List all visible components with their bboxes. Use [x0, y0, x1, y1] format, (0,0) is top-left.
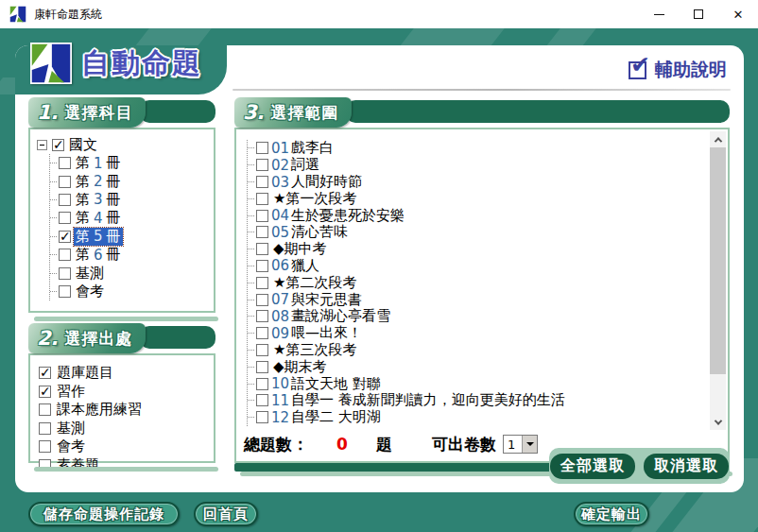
select-all-button[interactable]: 全部選取 — [550, 454, 635, 479]
range-checkbox[interactable] — [256, 260, 268, 272]
range-item-number: 04 — [271, 207, 289, 224]
range-checkbox[interactable] — [256, 344, 268, 356]
source-option[interactable]: 會考 — [39, 438, 214, 456]
save-record-button[interactable]: 儲存命題操作記錄 — [28, 502, 180, 526]
tree-item-checkbox[interactable] — [59, 249, 71, 261]
range-checkbox[interactable] — [256, 176, 268, 188]
collapse-icon[interactable] — [37, 140, 47, 150]
range-checkbox[interactable] — [256, 361, 268, 373]
range-item[interactable]: 12 自學二 大明湖 — [248, 409, 728, 426]
tree-item-label[interactable]: 基測 — [74, 265, 113, 283]
tree-item-checkbox[interactable] — [59, 231, 71, 243]
close-button[interactable]: ✕ — [718, 0, 758, 28]
source-checkbox[interactable] — [39, 386, 51, 398]
subject-root-checkbox[interactable] — [52, 139, 64, 151]
tree-item[interactable]: 第1冊 — [50, 154, 212, 172]
tree-item[interactable]: 第5冊 — [50, 228, 212, 246]
tree-item[interactable]: 基測 — [50, 264, 212, 282]
range-item[interactable]: ★第二次段考 — [248, 274, 728, 291]
range-checkbox[interactable] — [256, 394, 268, 406]
tree-item[interactable]: 第2冊 — [50, 172, 212, 190]
maximize-button[interactable] — [679, 0, 718, 28]
confirm-output-button[interactable]: 確定輸出 — [574, 502, 649, 526]
tree-item-label[interactable]: 第5冊 — [74, 228, 123, 246]
source-checkbox[interactable] — [39, 422, 51, 435]
range-item[interactable]: 06 獵人 — [248, 258, 728, 275]
source-option[interactable]: 題庫題目 — [39, 364, 214, 383]
range-item-label: 畫說湖心亭看雪 — [291, 307, 390, 325]
range-item[interactable]: 04 生於憂患死於安樂 — [248, 207, 728, 224]
range-checkbox[interactable] — [256, 277, 268, 289]
tree-item-checkbox[interactable] — [59, 176, 71, 188]
tree-item-checkbox[interactable] — [59, 267, 71, 280]
home-button[interactable]: 回首頁 — [194, 502, 258, 526]
tree-item-checkbox[interactable] — [59, 285, 71, 298]
tree-item-label[interactable]: 第1冊 — [74, 154, 123, 172]
tree-item-checkbox[interactable] — [59, 194, 71, 206]
source-checkbox[interactable] — [39, 367, 51, 379]
scroll-up-button[interactable] — [710, 131, 726, 147]
range-item[interactable]: 02 詞選 — [248, 157, 728, 174]
range-item[interactable]: ★第一次段考 — [248, 190, 728, 207]
source-option[interactable]: 基測 — [39, 420, 214, 438]
range-checkbox[interactable] — [256, 327, 268, 339]
range-item-number: 10 — [271, 375, 289, 392]
range-item-label: 語文天地 對聯 — [291, 375, 381, 393]
range-checkbox[interactable] — [256, 142, 268, 154]
range-item[interactable]: ◆期末考 — [248, 358, 728, 375]
tree-item-label[interactable]: 第2冊 — [74, 173, 123, 191]
range-list: 01 戲李白 02 詞選 03 人間好時節 — [247, 140, 728, 426]
range-item-label: 獵人 — [291, 257, 319, 275]
range-item[interactable]: ◆期中考 — [248, 241, 728, 258]
source-checkbox[interactable] — [39, 403, 51, 416]
range-checkbox[interactable] — [256, 210, 268, 222]
chevron-down-icon — [714, 417, 721, 424]
source-option[interactable]: 素養題 — [39, 456, 214, 475]
source-option[interactable]: 課本應用練習 — [39, 401, 214, 420]
range-item[interactable]: 10 語文天地 對聯 — [248, 375, 728, 392]
range-item[interactable]: 11 自學一 養成新聞判讀力，迎向更美好的生活 — [248, 392, 728, 409]
tree-item[interactable]: 第3冊 — [50, 191, 212, 209]
tree-item-label[interactable]: 第6冊 — [74, 246, 123, 264]
range-checkbox[interactable] — [256, 411, 268, 423]
range-checkbox[interactable] — [256, 378, 268, 390]
tree-line — [50, 254, 57, 255]
source-option[interactable]: 習作 — [39, 383, 214, 402]
help-toggle[interactable]: 輔助說明 — [629, 58, 727, 82]
range-item[interactable]: 03 人間好時節 — [248, 174, 728, 191]
tree-item-label[interactable]: 第3冊 — [74, 191, 123, 209]
source-checkbox[interactable] — [39, 440, 51, 453]
tree-item-checkbox[interactable] — [59, 212, 71, 224]
tree-item[interactable]: 會考 — [50, 283, 212, 300]
scroll-down-button[interactable] — [710, 414, 726, 430]
tree-item-label[interactable]: 第4冊 — [74, 209, 123, 227]
range-checkbox[interactable] — [256, 226, 268, 238]
range-checkbox[interactable] — [256, 193, 268, 205]
range-checkbox[interactable] — [256, 310, 268, 322]
maximize-icon — [694, 9, 703, 19]
range-checkbox[interactable] — [256, 294, 268, 306]
tree-item[interactable]: 第6冊 — [50, 246, 212, 264]
range-item[interactable]: 01 戲李白 — [248, 140, 728, 157]
copies-dropdown[interactable]: 1 — [503, 435, 538, 454]
tree-item[interactable]: 第4冊 — [50, 209, 212, 227]
range-checkbox[interactable] — [256, 243, 268, 255]
range-item[interactable]: ★第三次段考 — [248, 342, 728, 359]
scrollbar[interactable] — [710, 131, 726, 430]
minimize-icon — [654, 14, 664, 15]
tree-item-label[interactable]: 會考 — [74, 283, 113, 300]
range-item[interactable]: 09 喂—出來！ — [248, 325, 728, 342]
range-item[interactable]: 08 畫說湖心亭看雪 — [248, 308, 728, 325]
panel-number: 3. — [243, 101, 265, 124]
dropdown-button[interactable] — [522, 436, 537, 453]
scrollbar-thumb[interactable] — [710, 147, 726, 374]
minimize-button[interactable] — [639, 0, 679, 28]
range-item[interactable]: 07 與宋元思書 — [248, 291, 728, 308]
deselect-all-button[interactable]: 取消選取 — [644, 454, 729, 479]
range-item[interactable]: 05 清心苦味 — [248, 224, 728, 241]
tree-item-checkbox[interactable] — [59, 157, 71, 169]
tree-root-guowen[interactable]: 國文 — [37, 136, 212, 154]
range-checkbox[interactable] — [256, 159, 268, 171]
tree-line — [248, 181, 254, 182]
tree-line — [50, 217, 57, 218]
